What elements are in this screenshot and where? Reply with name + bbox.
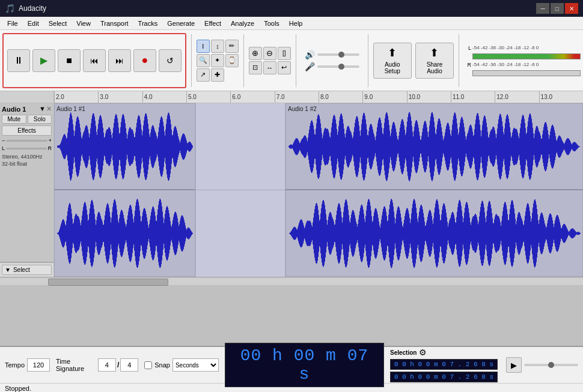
- ruler-mark-3: 3.0: [98, 91, 142, 103]
- divider-4: [368, 34, 368, 87]
- select-btn-area: ▼ Select: [0, 262, 53, 277]
- vu-l-indicator: [472, 53, 581, 59]
- divider-2: [243, 34, 244, 87]
- tempo-input[interactable]: [27, 358, 50, 372]
- loop-button[interactable]: ↺: [159, 49, 182, 72]
- play-button[interactable]: ▶: [32, 49, 55, 72]
- gain-minus: −: [2, 137, 5, 143]
- fit-selection-button[interactable]: []: [278, 47, 291, 60]
- menu-effect[interactable]: Effect: [200, 19, 226, 28]
- menu-transport[interactable]: Transport: [96, 19, 133, 28]
- playback-vol-slider[interactable]: [317, 53, 359, 56]
- audio-setup-button[interactable]: ⬆ Audio Setup: [373, 43, 412, 79]
- transport-section: ⏸ ▶ ■ ⏮ ⏭ ● ↺: [2, 33, 186, 88]
- menu-select[interactable]: Select: [44, 19, 72, 28]
- track-close-collapse: ▼ ✕: [39, 105, 52, 113]
- selection-label: Selection: [390, 349, 417, 356]
- ruler-mark-11: 11.0: [451, 91, 495, 103]
- menu-edit[interactable]: Edit: [23, 19, 44, 28]
- pause-button[interactable]: ⏸: [7, 49, 30, 72]
- track-close-btn[interactable]: ✕: [46, 105, 52, 113]
- ruler-mark-4: 4.0: [142, 91, 186, 103]
- horizontal-scrollbar[interactable]: [0, 277, 583, 286]
- time-sig-section: Time Signature /: [56, 358, 138, 372]
- time-tool-button[interactable]: ⌚: [225, 54, 239, 67]
- speaker-icon: 🔊: [305, 50, 315, 59]
- playback-vol-thumb: [338, 52, 344, 58]
- menu-view[interactable]: View: [72, 19, 96, 28]
- zoom-toggle-button[interactable]: ↔: [263, 61, 276, 74]
- snap-unit-select[interactable]: Seconds Milliseconds Samples: [172, 358, 219, 372]
- ruler-mark-2: 2.0: [54, 91, 98, 103]
- selection-tool-button[interactable]: I: [197, 40, 210, 53]
- effects-button[interactable]: Effects: [2, 125, 52, 136]
- mic-icon: 🎤: [305, 62, 315, 71]
- zoom-tool-button[interactable]: 🔍: [197, 54, 210, 67]
- time-sig-numerator[interactable]: [98, 358, 116, 372]
- rewind-button[interactable]: ⏮: [83, 49, 106, 72]
- fit-project-button[interactable]: ⊡: [249, 61, 262, 74]
- undo-zoom-button[interactable]: ↩: [278, 61, 291, 74]
- pan-row: L R: [2, 145, 52, 151]
- playback-vol-row: 🔊: [305, 50, 359, 59]
- solo-button[interactable]: Solo: [28, 115, 52, 124]
- pencil-tool-button[interactable]: ↗: [197, 68, 210, 82]
- envelope-tool-button[interactable]: ↕: [211, 40, 224, 53]
- draw-tool-button[interactable]: ✏: [225, 40, 239, 53]
- zoom-out-button[interactable]: ⊖: [263, 47, 276, 60]
- collapse-icon: ▼: [5, 267, 11, 273]
- selection-gear-icon[interactable]: ⚙: [419, 348, 427, 357]
- vu-l-row: [464, 53, 581, 59]
- app-icon: 🎵: [5, 4, 15, 13]
- audio-setup-label: Audio Setup: [379, 61, 406, 74]
- ruler-mark-12: 12.0: [495, 91, 539, 103]
- record-vol-row: 🎤: [305, 62, 359, 71]
- snap-checkbox[interactable]: [144, 361, 152, 369]
- multi-tool-button[interactable]: ✦: [211, 54, 224, 67]
- mute-button[interactable]: Mute: [2, 115, 26, 124]
- select-button[interactable]: ▼ Select: [2, 265, 52, 275]
- bottom-play-button[interactable]: ▶: [506, 357, 522, 373]
- time-sig-num-spinner: [98, 358, 116, 372]
- menu-help[interactable]: Help: [284, 19, 308, 28]
- menu-generate[interactable]: Generate: [162, 19, 200, 28]
- toolbar-area: ⏸ ▶ ■ ⏮ ⏭ ● ↺ I ↕ ✏ 🔍 ✦ ⌚ ↗ ✚ ⊕ ⊖ []: [0, 30, 583, 91]
- time-sig-slash: /: [117, 361, 119, 369]
- zoom-in-button[interactable]: ⊕: [249, 47, 262, 60]
- select-label: Select: [13, 267, 30, 273]
- vu-l-bar: [472, 53, 581, 59]
- tempo-section: Tempo: [5, 358, 50, 372]
- close-button[interactable]: ✕: [565, 3, 578, 14]
- snap-section: Snap Seconds Milliseconds Samples: [144, 358, 219, 372]
- track-collapse-btn[interactable]: ▼: [39, 105, 46, 113]
- maximize-button[interactable]: □: [551, 3, 564, 14]
- track-header: Audio 1 ▼ ✕ Mute Solo Effects − + L R: [0, 103, 53, 262]
- vu-r-label: R: [464, 62, 471, 68]
- cursor-tool-button[interactable]: ✚: [211, 68, 224, 82]
- scrollbar-thumb[interactable]: [48, 279, 168, 286]
- share-audio-icon: ⬆: [430, 46, 439, 59]
- gain-plus: +: [49, 137, 52, 143]
- playback-volume-section: 🔊 🎤: [301, 34, 363, 87]
- record-vol-thumb: [338, 64, 344, 70]
- record-vol-slider[interactable]: [317, 65, 359, 68]
- pan-slider[interactable]: [6, 148, 46, 149]
- menu-tools[interactable]: Tools: [259, 19, 284, 28]
- record-button[interactable]: ●: [133, 49, 156, 72]
- ruler-mark-8: 8.0: [319, 91, 362, 103]
- time-sig-denominator[interactable]: [120, 358, 138, 372]
- menu-file[interactable]: File: [2, 19, 23, 28]
- share-audio-button[interactable]: ⬆ Share Audio: [415, 43, 454, 79]
- status-bar: Tempo Time Signature / Snap Seconds Mill…: [0, 346, 583, 383]
- ruler-marks-container: 2.0 3.0 4.0 5.0 6.0 7.0 8.0 9.0 10.0 11.…: [54, 91, 583, 103]
- pan-l-label: L: [2, 145, 5, 151]
- gain-slider[interactable]: [6, 140, 47, 142]
- menu-analyze[interactable]: Analyze: [226, 19, 259, 28]
- title-bar: 🎵 Audacity ─ □ ✕: [0, 0, 583, 17]
- forward-button[interactable]: ⏭: [108, 49, 131, 72]
- stop-button[interactable]: ■: [58, 49, 81, 72]
- playback-speed-thumb: [548, 362, 554, 368]
- menu-tracks[interactable]: Tracks: [133, 19, 163, 28]
- playback-speed-slider[interactable]: [524, 364, 578, 366]
- minimize-button[interactable]: ─: [536, 3, 549, 14]
